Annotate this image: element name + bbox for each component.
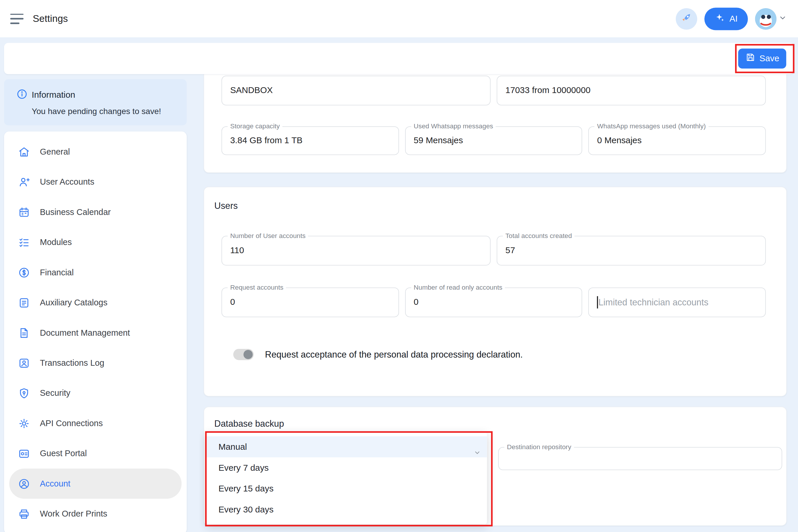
info-title: Information xyxy=(32,90,75,100)
total-accounts-label: Total accounts created xyxy=(503,232,575,239)
dropdown-option-every-7-days[interactable]: Every 7 days xyxy=(206,457,487,478)
sidebar-item-security[interactable]: Security xyxy=(10,378,182,408)
limited-technician-placeholder: Limited technician accounts xyxy=(598,297,708,308)
ai-button-label: AI xyxy=(729,14,738,24)
request-accounts-label: Request accounts xyxy=(228,284,286,291)
storage-capacity-value: 3.84 GB from 1 TB xyxy=(230,136,302,146)
monthly-whatsapp-value: 0 Mensajes xyxy=(597,136,641,146)
dropdown-option-label: Every 30 days xyxy=(218,505,273,514)
sidebar-item-label: General xyxy=(40,147,70,156)
dropdown-option-label: Manual xyxy=(218,442,247,452)
used-whatsapp-label: Used Whatsapp messages xyxy=(411,122,496,130)
sidebar-item-label: User Accounts xyxy=(40,177,95,187)
rocket-button[interactable] xyxy=(676,8,697,30)
account-icon xyxy=(18,477,31,490)
sidebar-item-financial[interactable]: Financial xyxy=(10,257,182,287)
dropdown-option-label: Every 15 days xyxy=(218,484,273,494)
sidebar-item-label: Account xyxy=(40,479,71,489)
sidebar-item-label: Modules xyxy=(40,238,72,247)
personal-data-toggle-label: Request acceptance of the personal data … xyxy=(265,349,522,360)
sidebar-item-label: Document Management xyxy=(40,328,130,338)
readonly-accounts-value: 0 xyxy=(414,297,419,307)
sidebar-item-document-management[interactable]: Document Management xyxy=(10,318,182,348)
save-button[interactable]: Save xyxy=(738,49,786,69)
shield-icon xyxy=(18,386,31,400)
dollar-icon xyxy=(18,266,31,279)
ai-button[interactable]: AI xyxy=(704,7,748,30)
gear-icon xyxy=(18,417,31,430)
sidebar-item-transactions-log[interactable]: Transactions Log xyxy=(10,348,182,378)
storage-capacity-label: Storage capacity xyxy=(228,122,282,130)
monthly-whatsapp-label: WhatsApp messages used (Monthly) xyxy=(595,122,708,130)
dropdown-option-every-30-days[interactable]: Every 30 days xyxy=(206,499,487,520)
request-accounts-value: 0 xyxy=(230,297,235,307)
environment-field[interactable]: SANDBOX xyxy=(221,76,491,106)
storage-capacity-field[interactable]: Storage capacity 3.84 GB from 1 TB xyxy=(221,126,399,155)
dropdown-option-manual[interactable]: Manual xyxy=(206,436,487,457)
usage-field[interactable]: 17033 from 10000000 xyxy=(497,76,766,106)
menu-icon[interactable] xyxy=(10,14,24,24)
dropdown-option-label: Every 7 days xyxy=(218,463,269,473)
sidebar-item-business-calendar[interactable]: Business Calendar xyxy=(10,197,182,227)
backup-frequency-dropdown: Manual Every 7 days Every 15 days Every … xyxy=(206,432,487,525)
text-cursor xyxy=(597,296,598,308)
personal-data-toggle-row: Request acceptance of the personal data … xyxy=(233,349,523,360)
sidebar-item-api-connections[interactable]: API Connections xyxy=(10,408,182,438)
avatar[interactable] xyxy=(755,8,777,30)
save-toolbar: Save xyxy=(4,43,794,74)
settings-menu: General User Accounts Business Calendar … xyxy=(4,132,187,532)
user-accounts-field[interactable]: Number of User accounts 110 xyxy=(221,236,491,266)
used-whatsapp-field[interactable]: Used Whatsapp messages 59 Mensajes xyxy=(405,126,582,155)
usage-value: 17033 from 10000000 xyxy=(506,86,591,96)
sidebar-item-account[interactable]: Account xyxy=(10,469,182,499)
sidebar-item-label: Auxiliary Catalogs xyxy=(40,298,108,307)
topbar: Settings AI xyxy=(0,0,798,37)
sidebar: Information You have pending changes to … xyxy=(4,79,187,532)
dropdown-option-every-15-days[interactable]: Every 15 days xyxy=(206,478,487,499)
total-accounts-value: 57 xyxy=(506,246,515,256)
sidebar-item-label: Security xyxy=(40,388,71,398)
destination-repository-field[interactable]: Destination repository xyxy=(498,447,782,470)
printer-icon xyxy=(18,507,31,520)
sidebar-item-label: Work Order Prints xyxy=(40,509,107,518)
save-icon xyxy=(745,52,755,65)
page-title: Settings xyxy=(33,13,68,24)
sidebar-item-user-accounts[interactable]: User Accounts xyxy=(10,167,182,197)
chevron-down-icon[interactable] xyxy=(778,14,786,24)
sidebar-item-general[interactable]: General xyxy=(10,136,182,167)
database-backup-title: Database backup xyxy=(214,419,284,429)
home-icon xyxy=(18,145,31,158)
user-accounts-value: 110 xyxy=(230,246,244,256)
transactions-icon xyxy=(18,356,31,370)
user-accounts-label: Number of User accounts xyxy=(228,232,308,239)
sparkle-icon xyxy=(715,12,725,25)
sidebar-item-label: Transactions Log xyxy=(40,358,104,368)
toggle-knob xyxy=(244,350,253,359)
request-accounts-field[interactable]: Request accounts 0 xyxy=(221,288,399,317)
sidebar-item-label: Financial xyxy=(40,267,74,277)
users-card: Users Number of User accounts 110 Total … xyxy=(204,187,786,396)
portal-icon xyxy=(18,447,31,460)
readonly-accounts-field[interactable]: Number of read only accounts 0 xyxy=(405,288,582,317)
total-accounts-field[interactable]: Total accounts created 57 xyxy=(497,236,766,266)
save-button-label: Save xyxy=(760,53,779,63)
sidebar-item-work-order-prints[interactable]: Work Order Prints xyxy=(10,499,182,529)
user-menu[interactable] xyxy=(755,8,787,30)
users-card-title: Users xyxy=(214,201,238,211)
sidebar-item-auxiliary-catalogs[interactable]: Auxiliary Catalogs xyxy=(10,288,182,318)
environment-value: SANDBOX xyxy=(230,86,273,96)
document-icon xyxy=(18,326,31,340)
settings-page: Save Information You have pending change… xyxy=(0,37,798,532)
info-icon xyxy=(16,88,28,102)
readonly-accounts-label: Number of read only accounts xyxy=(411,284,505,291)
personal-data-toggle[interactable] xyxy=(233,349,254,360)
sidebar-item-guest-portal[interactable]: Guest Portal xyxy=(10,438,182,469)
limited-technician-field[interactable]: Limited technician accounts xyxy=(589,288,766,317)
sidebar-item-label: Guest Portal xyxy=(40,449,87,458)
sidebar-item-modules[interactable]: Modules xyxy=(10,227,182,257)
sidebar-item-label: API Connections xyxy=(40,419,103,428)
topbar-actions: AI xyxy=(676,7,787,30)
subscription-card: SANDBOX 17033 from 10000000 Storage capa… xyxy=(204,74,786,173)
info-message: You have pending changes to save! xyxy=(32,107,176,116)
monthly-whatsapp-field[interactable]: WhatsApp messages used (Monthly) 0 Mensa… xyxy=(589,126,766,155)
